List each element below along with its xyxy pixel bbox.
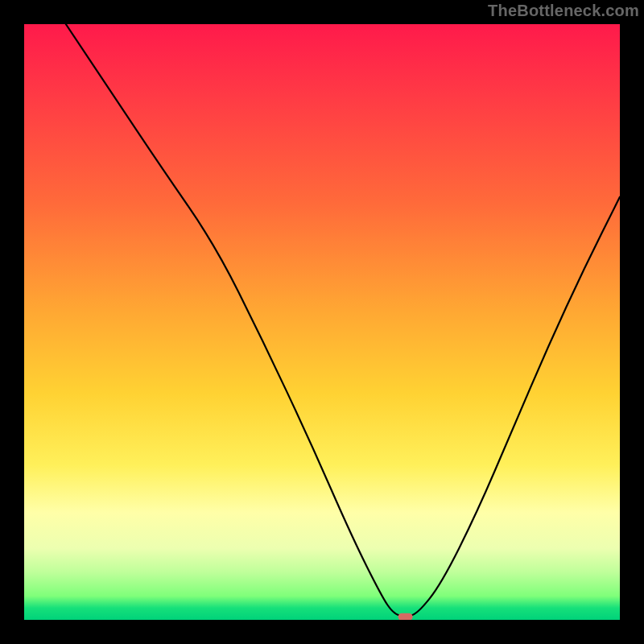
bottleneck-curve-path [66, 24, 620, 616]
chart-frame: TheBottleneck.com [0, 0, 644, 644]
optimum-marker [398, 613, 413, 620]
curve-svg [24, 24, 620, 620]
plot-area [24, 24, 620, 620]
watermark-text: TheBottleneck.com [488, 2, 639, 20]
